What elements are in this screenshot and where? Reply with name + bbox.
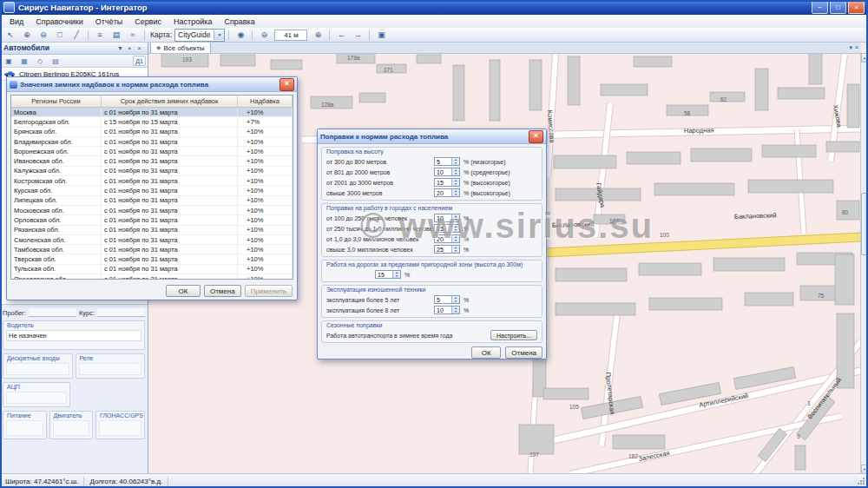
geozones-tab-icon[interactable]: ◇ — [33, 55, 47, 67]
combo-dropdown-icon[interactable]: ▼ — [214, 30, 224, 40]
zoom-out-icon[interactable]: ⊖ — [36, 28, 51, 42]
configure-button[interactable]: Настроить... — [490, 330, 537, 340]
spin-down-icon[interactable]: ▼ — [452, 182, 459, 186]
value-spinner[interactable]: 15▲▼ — [434, 224, 460, 233]
vehicles-tab-icon[interactable]: ▣ — [2, 55, 16, 67]
spinner-value[interactable]: 10 — [435, 168, 451, 175]
table-row[interactable]: Воронежская обл.с 01 ноября по 31 марта+… — [11, 147, 293, 156]
table-row[interactable]: Орловская обл.с 01 ноября по 31 марта+10… — [11, 215, 293, 225]
apply-button[interactable]: Применить — [245, 285, 293, 297]
value-spinner[interactable]: 10▲▼ — [434, 214, 460, 222]
spin-down-icon[interactable]: ▼ — [452, 172, 459, 175]
scroll-up-icon[interactable]: ▲ — [861, 53, 868, 63]
table-row[interactable]: Брянская обл.с 01 ноября по 31 марта+10% — [11, 128, 293, 137]
zoom-in-map-icon[interactable]: ⊕ — [310, 28, 326, 42]
spinner-value[interactable]: 20 — [435, 235, 451, 242]
zoom-in-icon[interactable]: ⊕ — [19, 28, 35, 42]
table-row[interactable]: Костромская обл.с 01 ноября по 31 марта+… — [11, 176, 293, 186]
spin-down-icon[interactable]: ▼ — [452, 218, 459, 221]
value-spinner[interactable]: 20▲▼ — [434, 188, 460, 197]
spinner-value[interactable]: 20 — [435, 189, 451, 196]
map-vertical-scrollbar[interactable]: ▲ ▼ — [860, 53, 868, 474]
table-row[interactable]: Тамбовская обл.с 01 ноября по 31 марта+1… — [11, 245, 293, 254]
fullscreen-icon[interactable]: ▣ — [373, 28, 389, 42]
menu-item[interactable]: Вид — [3, 16, 30, 27]
spinner-value[interactable]: 5 — [435, 158, 451, 165]
menu-item[interactable]: Сервис — [128, 16, 168, 27]
table-row[interactable]: Курская обл.с 01 ноября по 31 марта+10% — [11, 186, 293, 195]
scrollbar-track[interactable] — [861, 63, 868, 465]
spinner-value[interactable]: 5 — [435, 296, 451, 303]
tab-all-objects[interactable]: ◈ Все объекты — [150, 42, 211, 53]
spinner-value[interactable]: 10 — [435, 214, 451, 221]
resize-grip[interactable] — [863, 483, 865, 485]
ok-button[interactable]: ОК — [166, 285, 201, 297]
value-spinner[interactable]: 15▲▼ — [375, 270, 401, 279]
value-spinner[interactable]: 25▲▼ — [434, 245, 460, 254]
map-source-combo[interactable]: CityGuide ▼ — [174, 29, 225, 42]
table-row[interactable]: Москвас 01 ноября по 31 марта+10% — [11, 108, 293, 117]
spin-down-icon[interactable]: ▼ — [452, 249, 459, 253]
menu-item[interactable]: Справочники — [30, 16, 89, 27]
ok-button[interactable]: ОК — [471, 346, 501, 359]
cancel-button[interactable]: Отмена — [505, 346, 542, 359]
zoom-out-map-icon[interactable]: ⊖ — [256, 28, 272, 42]
spin-down-icon[interactable]: ▼ — [452, 228, 459, 232]
prev-view-icon[interactable]: ← — [333, 28, 349, 42]
layers-icon[interactable]: ≡ — [92, 28, 108, 42]
menu-item[interactable]: Отчёты — [89, 16, 128, 27]
panel-menu-icon[interactable]: ▾ — [115, 44, 125, 52]
cancel-button[interactable]: Отмена — [204, 285, 241, 297]
table-row[interactable]: Ивановская обл.с 01 ноября по 31 марта+1… — [11, 156, 293, 166]
spin-down-icon[interactable]: ▼ — [393, 274, 400, 278]
spin-down-icon[interactable]: ▼ — [452, 300, 459, 303]
maximize-button[interactable]: □ — [830, 1, 846, 14]
scrollbar-thumb[interactable] — [861, 193, 868, 255]
value-spinner[interactable]: 5▲▼ — [434, 157, 460, 166]
table-row[interactable]: Липецкая обл.с 01 ноября по 31 марта+10% — [11, 196, 293, 206]
spinner-value[interactable]: 25 — [435, 246, 451, 253]
corrections-dialog-titlebar[interactable]: Поправки к нормам расхода топлива × — [318, 129, 546, 144]
winter-dialog-titlebar[interactable]: Значения зимних надбавок к нормам расход… — [7, 77, 297, 92]
spin-down-icon[interactable]: ▼ — [452, 162, 459, 165]
table-row[interactable]: Тульская обл.с 01 ноября по 31 марта+10% — [11, 265, 293, 274]
minimize-button[interactable]: − — [812, 1, 828, 14]
strip-close-icon[interactable]: × — [855, 44, 858, 51]
menu-item[interactable]: Настройка — [168, 16, 218, 27]
value-spinner[interactable]: 15▲▼ — [434, 178, 460, 187]
spinner-value[interactable]: 15 — [435, 179, 451, 186]
legend-icon[interactable]: ▤ — [108, 28, 124, 42]
value-spinner[interactable]: 5▲▼ — [434, 295, 460, 304]
close-button[interactable]: × — [848, 1, 865, 14]
spin-down-icon[interactable]: ▼ — [452, 310, 459, 313]
select-pointer-icon[interactable]: ↖ — [3, 28, 18, 42]
reports-tab-icon[interactable]: ▤ — [49, 55, 62, 67]
value-spinner[interactable]: 10▲▼ — [434, 168, 460, 176]
tracks-icon[interactable]: ≈ — [125, 28, 141, 42]
ruler-icon[interactable]: ╱ — [69, 28, 84, 42]
spin-down-icon[interactable]: ▼ — [452, 239, 459, 242]
panel-close-icon[interactable]: × — [135, 44, 144, 52]
table-row[interactable]: Тверская обл.с 01 ноября по 31 марта+10% — [11, 254, 293, 264]
table-row[interactable]: Калужская обл.с 01 ноября по 31 марта+10… — [11, 167, 293, 176]
table-row[interactable]: Владимирская обл.с 01 ноября по 31 марта… — [11, 137, 293, 147]
strip-menu-icon[interactable]: ▾ — [849, 44, 852, 51]
value-spinner[interactable]: 10▲▼ — [434, 306, 460, 314]
table-row[interactable]: Смоленская обл.с 01 ноября по 31 марта+1… — [11, 235, 293, 245]
groups-tab-icon[interactable]: ▦ — [17, 55, 31, 67]
table-row[interactable]: Московская обл.с 01 ноября по 31 марта+1… — [11, 206, 293, 215]
value-spinner[interactable]: 20▲▼ — [434, 234, 460, 243]
spin-down-icon[interactable]: ▼ — [452, 193, 459, 196]
spinner-value[interactable]: 15 — [376, 271, 392, 278]
menu-item[interactable]: Справка — [218, 16, 260, 27]
winter-dialog-close-button[interactable]: × — [279, 78, 294, 91]
corrections-dialog-close-button[interactable]: × — [529, 130, 543, 143]
zoom-window-icon[interactable]: □ — [52, 28, 68, 42]
spinner-value[interactable]: 15 — [435, 225, 451, 232]
locate-vehicle-icon[interactable]: ◉ — [233, 28, 248, 42]
panel-pin-icon[interactable]: ▪ — [125, 44, 135, 52]
panel-mini-button[interactable]: Д1 — [133, 56, 146, 66]
spinner-value[interactable]: 10 — [435, 307, 451, 313]
table-row[interactable]: Ярославская обл.с 01 ноября по 31 марта+… — [11, 274, 293, 280]
table-row[interactable]: Рязанская обл.с 01 ноября по 31 марта+10… — [11, 226, 293, 235]
